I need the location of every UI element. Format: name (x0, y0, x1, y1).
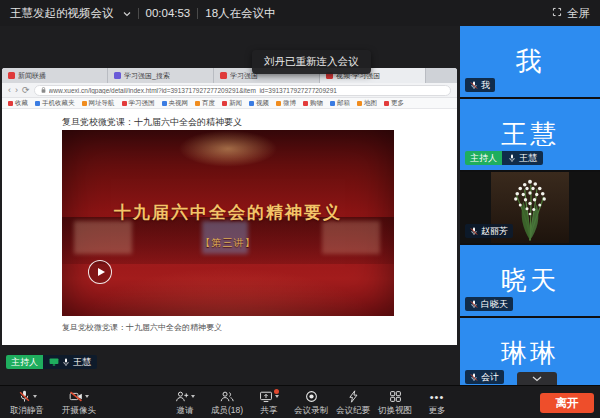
leave-meeting-button[interactable]: 离开 (540, 393, 594, 413)
stage-host-name: 王慧 (73, 356, 91, 369)
bookmark-favicon (195, 101, 200, 106)
bookmark-favicon (276, 101, 281, 106)
invite-options-caret[interactable] (191, 395, 195, 398)
members-icon (220, 390, 234, 403)
back-icon[interactable]: ‹ (8, 86, 11, 95)
tab-favicon (220, 72, 227, 79)
browser-address-bar: ‹ › ⟳ www.xuexi.cn/lgpage/detail/index.h… (2, 83, 457, 98)
meeting-title: 王慧发起的视频会议 (10, 6, 114, 21)
participant-name-badge: 赵丽芳 (465, 224, 513, 238)
bookmark-favicon (8, 101, 13, 106)
meeting-title-dropdown[interactable] (123, 7, 131, 19)
chevron-down-icon (532, 376, 542, 382)
bookmark-favicon (222, 101, 227, 106)
tab-favicon (114, 72, 121, 79)
participant-tile-camera[interactable]: 赵丽芳 (460, 172, 600, 243)
meeting-duration: 00:04:53 (146, 7, 191, 19)
participant-count: 18人在会议中 (205, 6, 275, 21)
more-button[interactable]: ••• 更多 (418, 388, 456, 417)
bookmark-item[interactable]: 百度 (195, 99, 215, 108)
share-screen-icon (259, 390, 273, 403)
page-heading: 复旦党校微党课：十九届六中全会的精神要义 (62, 116, 242, 129)
bookmark-item[interactable]: 更多 (384, 99, 404, 108)
sidebar-collapse-button[interactable] (517, 372, 557, 385)
video-title: 十九届六中全会的精神要义 (62, 201, 394, 224)
bookmark-item[interactable]: 邮箱 (330, 99, 350, 108)
mic-muted-icon (470, 227, 478, 236)
bookmark-favicon (249, 101, 254, 106)
bookmark-item[interactable]: 学习强国 (122, 99, 155, 108)
mic-muted-icon (470, 81, 478, 90)
invite-button[interactable]: 邀请 (166, 388, 204, 417)
lock-icon (41, 87, 46, 93)
mic-muted-icon (18, 390, 31, 403)
play-icon (98, 268, 105, 276)
unmute-options-caret[interactable] (33, 395, 37, 398)
bookmark-item[interactable]: 央视网 (162, 99, 189, 108)
switch-view-button[interactable]: 切换视图 (376, 388, 414, 417)
minutes-button[interactable]: 会议纪要 (334, 388, 372, 417)
video-subtitle: 【第三讲】 (62, 236, 394, 250)
browser-tab[interactable]: 新闻联播 (2, 68, 108, 83)
lightning-notes-icon (347, 390, 360, 403)
bookmarks-bar: 收藏 手机收藏夹 网址导航 学习强国 央视网 百度 新闻 视频 微博 购物 邮箱… (2, 98, 457, 109)
fullscreen-icon (552, 7, 562, 19)
record-button[interactable]: 会议录制 (292, 388, 330, 417)
participant-name-badge: 主持人 王慧 (465, 151, 543, 165)
share-notification-dot (274, 389, 279, 394)
participant-tile-me[interactable]: 我 我 (460, 26, 600, 97)
participant-tile[interactable]: 晓天 白晓天 (460, 245, 600, 316)
bookmark-favicon (82, 101, 87, 106)
participant-name-badge: 会计 (465, 370, 504, 384)
fullscreen-label: 全屏 (567, 6, 590, 21)
members-button[interactable]: 成员(18) (208, 388, 246, 417)
bookmark-item[interactable]: 网址导航 (82, 99, 115, 108)
invite-person-icon (175, 390, 189, 403)
bookmark-item[interactable]: 收藏 (8, 99, 28, 108)
meeting-window: 王慧发起的视频会议 00:04:53 18人在会议中 全屏 刘丹已重新连入会议 … (0, 0, 600, 418)
bookmark-item[interactable]: 新闻 (222, 99, 242, 108)
video-player[interactable]: 十九届六中全会的精神要义 【第三讲】 (62, 130, 394, 316)
browser-tabbar: 新闻联播 学习强国_搜索 学习强国 视频·学习强国 (2, 68, 457, 83)
screen-sharing-icon (49, 358, 59, 366)
play-button[interactable] (88, 260, 112, 284)
camera-options-caret[interactable] (85, 395, 89, 398)
mic-muted-icon (470, 300, 478, 309)
share-screen-button[interactable]: 共享 (250, 388, 288, 417)
mic-muted-icon (470, 373, 478, 382)
record-icon (305, 390, 318, 403)
host-badge: 主持人 (465, 151, 502, 165)
url-text: www.xuexi.cn/lgpage/detail/index.html?id… (49, 87, 337, 94)
meeting-topbar: 王慧发起的视频会议 00:04:53 18人在会议中 全屏 (0, 0, 600, 26)
bookmark-favicon (162, 101, 167, 106)
bookmark-favicon (122, 101, 127, 106)
bookmark-favicon (303, 101, 308, 106)
camera-on-button[interactable]: 开摄像头 (60, 388, 98, 417)
bookmark-item[interactable]: 地图 (357, 99, 377, 108)
shared-browser-window: 新闻联播 学习强国_搜索 学习强国 视频·学习强国 ‹ › ⟳ www.xuex… (2, 68, 457, 345)
bookmark-item[interactable]: 微博 (276, 99, 296, 108)
page-caption: 复旦党校微党课：十九届六中全会的精神要义 (62, 322, 222, 333)
stage-host-label: 主持人 王慧 (6, 355, 97, 369)
browser-tab[interactable]: 学习强国_搜索 (108, 68, 214, 83)
fullscreen-button[interactable]: 全屏 (552, 6, 590, 21)
host-badge: 主持人 (6, 355, 43, 369)
refresh-icon[interactable]: ⟳ (22, 86, 30, 95)
participant-name-badge: 我 (465, 78, 495, 92)
bookmark-favicon (330, 101, 335, 106)
grid-view-icon (389, 390, 402, 403)
bookmark-item[interactable]: 购物 (303, 99, 323, 108)
bookmark-item[interactable]: 视频 (249, 99, 269, 108)
topbar-divider (197, 8, 198, 19)
forward-icon[interactable]: › (15, 86, 18, 95)
share-options-caret[interactable] (275, 395, 279, 398)
camera-muted-icon (69, 390, 83, 403)
bookmark-item[interactable]: 手机收藏夹 (35, 99, 75, 108)
participant-tile-host[interactable]: 王慧 主持人 王慧 (460, 99, 600, 170)
participant-name-badge: 白晓天 (465, 297, 513, 311)
mic-icon (508, 154, 516, 163)
topbar-divider (138, 8, 139, 19)
url-field[interactable]: www.xuexi.cn/lgpage/detail/index.html?id… (34, 85, 451, 96)
toast-notification: 刘丹已重新连入会议 (252, 50, 371, 74)
unmute-button[interactable]: 取消静音 (8, 388, 46, 417)
